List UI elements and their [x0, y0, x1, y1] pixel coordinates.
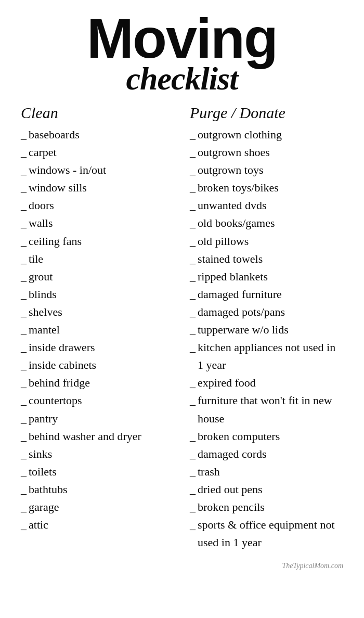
checkbox-underscore: _ — [190, 303, 196, 321]
list-item: _furniture that won't fit in new house — [190, 392, 343, 427]
checkbox-underscore: _ — [21, 516, 27, 534]
checkbox-underscore: _ — [21, 303, 27, 321]
list-item: _unwanted dvds — [190, 197, 343, 214]
list-item: _damaged furniture — [190, 286, 343, 303]
list-item: _inside drawers — [21, 339, 174, 356]
checkbox-underscore: _ — [190, 126, 196, 144]
checkbox-underscore: _ — [190, 179, 196, 197]
list-item: _inside cabinets — [21, 356, 174, 374]
list-item: _behind washer and dryer — [21, 428, 174, 445]
checkbox-underscore: _ — [21, 197, 27, 214]
title-moving: Moving — [16, 10, 348, 67]
checkbox-underscore: _ — [190, 268, 196, 286]
checkbox-underscore: _ — [190, 321, 196, 339]
checkbox-underscore: _ — [190, 339, 196, 356]
list-item: _behind fridge — [21, 374, 174, 392]
list-item: _walls — [21, 214, 174, 232]
list-item: _ripped blankets — [190, 268, 343, 286]
checkbox-underscore: _ — [190, 498, 196, 516]
list-item: _carpet — [21, 144, 174, 161]
list-item: _pantry — [21, 410, 174, 428]
list-item: _countertops — [21, 392, 174, 409]
checkbox-underscore: _ — [190, 250, 196, 268]
checkbox-underscore: _ — [21, 356, 27, 374]
checkbox-underscore: _ — [190, 516, 196, 534]
checkbox-underscore: _ — [21, 233, 27, 250]
checkbox-underscore: _ — [21, 374, 27, 392]
title-checklist: checklist — [16, 62, 348, 95]
checkbox-underscore: _ — [21, 463, 27, 481]
list-item: _baseboards — [21, 126, 174, 144]
checkbox-underscore: _ — [190, 374, 196, 392]
list-item: _outgrown shoes — [190, 144, 343, 161]
checkbox-underscore: _ — [190, 197, 196, 214]
checkbox-underscore: _ — [21, 126, 27, 144]
list-item: _outgrown clothing — [190, 126, 343, 144]
checkbox-underscore: _ — [190, 463, 196, 481]
checkbox-underscore: _ — [21, 321, 27, 339]
checkbox-underscore: _ — [21, 250, 27, 268]
list-item: _broken pencils — [190, 498, 343, 516]
purge-donate-header: Purge / Donate — [190, 104, 343, 122]
list-item: _toilets — [21, 463, 174, 481]
clean-column: Clean _baseboards _carpet _windows - in/… — [16, 104, 179, 534]
list-item: _damaged pots/pans — [190, 303, 343, 321]
checkbox-underscore: _ — [21, 392, 27, 409]
list-item: _sinks — [21, 445, 174, 463]
checkbox-underscore: _ — [21, 481, 27, 498]
list-item: _damaged cords — [190, 445, 343, 463]
clean-header: Clean — [21, 104, 174, 122]
list-item: _tile — [21, 250, 174, 268]
watermark: TheTypicalMom.com — [16, 562, 348, 570]
list-item: _old pillows — [190, 233, 343, 250]
list-item: _garage — [21, 498, 174, 516]
list-item: _window sills — [21, 179, 174, 197]
checkbox-underscore: _ — [190, 428, 196, 445]
list-item: _grout — [21, 268, 174, 286]
checkbox-underscore: _ — [21, 445, 27, 463]
checkbox-underscore: _ — [21, 268, 27, 286]
checkbox-underscore: _ — [190, 445, 196, 463]
checkbox-underscore: _ — [190, 214, 196, 232]
checkbox-underscore: _ — [21, 161, 27, 179]
list-item: _outgrown toys — [190, 161, 343, 179]
checkbox-underscore: _ — [21, 339, 27, 356]
purge-donate-column: Purge / Donate _outgrown clothing _outgr… — [185, 104, 348, 551]
list-item: _expired food — [190, 374, 343, 392]
page-header: Moving checklist — [16, 10, 348, 95]
list-item: _tupperware w/o lids — [190, 321, 343, 339]
checkbox-underscore: _ — [190, 286, 196, 303]
list-item: _stained towels — [190, 250, 343, 268]
checkbox-underscore: _ — [190, 481, 196, 498]
content-columns: Clean _baseboards _carpet _windows - in/… — [16, 104, 348, 551]
list-item: _doors — [21, 197, 174, 214]
list-item: _mantel — [21, 321, 174, 339]
checkbox-underscore: _ — [21, 286, 27, 303]
checkbox-underscore: _ — [21, 498, 27, 516]
checkbox-underscore: _ — [21, 428, 27, 445]
checkbox-underscore: _ — [190, 144, 196, 161]
list-item: _broken toys/bikes — [190, 179, 343, 197]
list-item: _bathtubs — [21, 481, 174, 498]
list-item: _dried out pens — [190, 481, 343, 498]
list-item: _attic — [21, 516, 174, 534]
list-item: _ceiling fans — [21, 233, 174, 250]
list-item: _old books/games — [190, 214, 343, 232]
list-item: _sports & office equipment not used in 1… — [190, 516, 343, 551]
checkbox-underscore: _ — [190, 392, 196, 409]
list-item: _trash — [190, 463, 343, 481]
checkbox-underscore: _ — [21, 410, 27, 428]
list-item: _shelves — [21, 303, 174, 321]
checkbox-underscore: _ — [190, 233, 196, 250]
checkbox-underscore: _ — [21, 144, 27, 161]
list-item: _kitchen appliances not used in 1 year — [190, 339, 343, 374]
list-item: _windows - in/out — [21, 161, 174, 179]
list-item: _broken computers — [190, 428, 343, 445]
list-item: _blinds — [21, 286, 174, 303]
checkbox-underscore: _ — [190, 161, 196, 179]
checkbox-underscore: _ — [21, 214, 27, 232]
checkbox-underscore: _ — [21, 179, 27, 197]
